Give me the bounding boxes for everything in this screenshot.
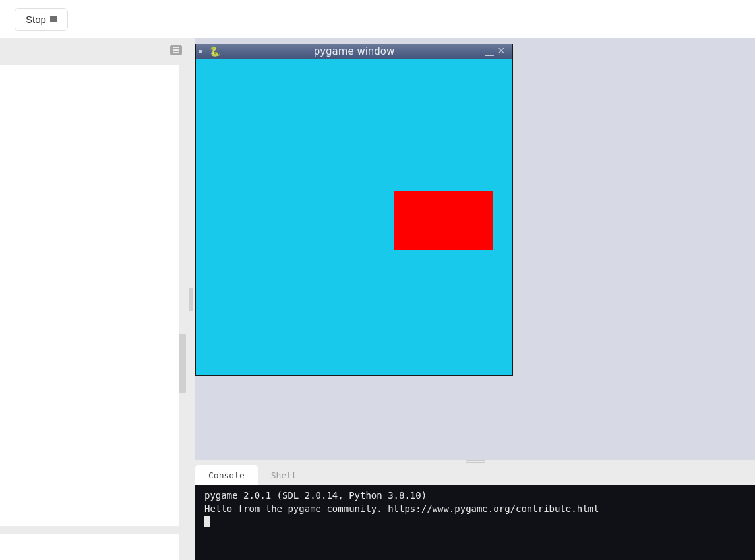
top-toolbar: Stop	[0, 0, 755, 38]
vertical-splitter[interactable]	[186, 38, 195, 560]
stop-label: Stop	[26, 14, 46, 25]
output-display: 🐍 pygame window ×	[195, 38, 755, 460]
pygame-window: 🐍 pygame window ×	[195, 44, 513, 376]
terminal-output[interactable]: pygame 2.0.1 (SDL 2.0.14, Python 3.8.10)…	[195, 485, 755, 560]
editor-scrollbar-track[interactable]	[179, 65, 186, 560]
horizontal-splitter-handle-icon	[466, 460, 485, 463]
left-panel-header	[0, 38, 186, 65]
terminal-cursor	[204, 516, 210, 527]
window-titlebar[interactable]: 🐍 pygame window ×	[196, 44, 512, 59]
tab-shell[interactable]: Shell	[258, 465, 310, 485]
editor-gap	[0, 526, 179, 534]
close-icon[interactable]: ×	[498, 46, 508, 57]
tab-console[interactable]: Console	[195, 465, 258, 485]
pygame-canvas[interactable]	[196, 59, 512, 375]
window-title: pygame window	[196, 46, 512, 57]
editor-body[interactable]	[0, 65, 179, 526]
minimize-icon[interactable]	[485, 55, 494, 56]
window-menu-icon[interactable]	[199, 50, 202, 53]
right-panel: 🐍 pygame window × Console Shell pygame 2…	[195, 38, 755, 560]
stop-icon	[50, 16, 57, 22]
left-panel	[0, 38, 186, 560]
console-line-2: Hello from the pygame community. https:/…	[204, 503, 599, 514]
console-line-1: pygame 2.0.1 (SDL 2.0.14, Python 3.8.10)	[204, 490, 427, 501]
terminal-panel: Console Shell pygame 2.0.1 (SDL 2.0.14, …	[195, 464, 755, 560]
collapse-icon[interactable]	[170, 45, 182, 55]
pygame-logo-icon: 🐍	[209, 46, 220, 57]
main-area: 🐍 pygame window × Console Shell pygame 2…	[0, 38, 755, 560]
terminal-tabs: Console Shell	[195, 464, 755, 485]
red-rectangle	[394, 191, 493, 250]
stop-button[interactable]: Stop	[15, 8, 68, 31]
splitter-handle-icon	[189, 288, 193, 311]
editor-scrollbar-thumb[interactable]	[179, 334, 186, 393]
editor-body-lower[interactable]	[0, 534, 179, 560]
